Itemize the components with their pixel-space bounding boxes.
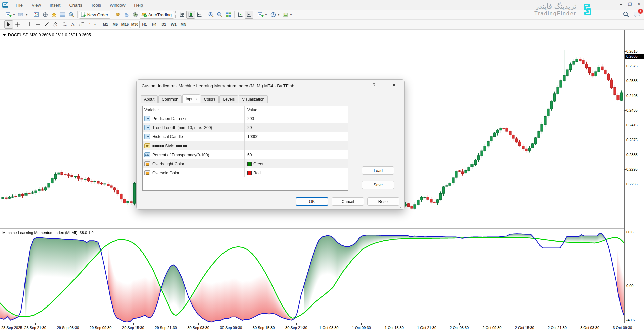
- tab-visualization[interactable]: Visualization: [239, 95, 268, 103]
- period-d1-button[interactable]: D1: [159, 21, 169, 28]
- param-value[interactable]: 200: [247, 116, 254, 121]
- strategy-tester-button[interactable]: [67, 11, 76, 19]
- indicator-canvas[interactable]: [0, 229, 624, 323]
- minimize-button[interactable]: –: [618, 1, 624, 7]
- price-axis[interactable]: [624, 30, 644, 323]
- trendline-button[interactable]: [42, 20, 51, 29]
- new-chart-button[interactable]: ▼: [4, 11, 17, 19]
- notification-badge: 1: [638, 9, 643, 14]
- vertical-line-button[interactable]: [25, 20, 34, 29]
- periods-button[interactable]: ▼: [269, 11, 281, 19]
- table-row[interactable]: Overbought Color Green: [143, 159, 348, 168]
- fibonacci-button[interactable]: F: [60, 20, 68, 29]
- candlestick-chart-button[interactable]: [186, 11, 195, 19]
- table-row[interactable]: 123Percent of Transperancy(0-100) 50: [143, 150, 348, 159]
- restore-button[interactable]: ❐: [627, 1, 633, 7]
- table-row[interactable]: 123Trend Length (min=10, max=200) 20: [143, 123, 348, 132]
- load-button[interactable]: Load: [362, 166, 394, 175]
- chart-shift-button[interactable]: [245, 11, 253, 19]
- param-value[interactable]: 20: [247, 125, 252, 130]
- cursor-button[interactable]: [4, 20, 13, 29]
- terminal-button[interactable]: [58, 11, 67, 19]
- ok-button[interactable]: OK: [296, 197, 328, 206]
- tab-colors[interactable]: Colors: [201, 95, 219, 103]
- arrows-button[interactable]: ▼: [86, 20, 98, 29]
- time-axis-label: 29 Sep 15:30: [122, 326, 144, 330]
- menu-charts[interactable]: Charts: [65, 1, 86, 9]
- time-tick: [427, 323, 427, 325]
- color-swatch[interactable]: [247, 162, 252, 166]
- toolbar-grip[interactable]: [2, 21, 3, 28]
- reset-button[interactable]: Reset: [367, 197, 399, 206]
- indicator-axis-min: -40.6: [626, 318, 635, 322]
- param-value[interactable]: Green: [253, 162, 264, 166]
- close-button[interactable]: ✕: [636, 1, 642, 7]
- text-button[interactable]: A: [68, 20, 77, 29]
- time-axis-label: 29 Sep 09:30: [90, 326, 111, 330]
- data-window-button[interactable]: [41, 11, 50, 19]
- menu-view[interactable]: View: [27, 1, 45, 9]
- indicators-button[interactable]: ▼: [256, 11, 269, 19]
- toolbar-grip[interactable]: [2, 11, 3, 18]
- param-name: Prediction Data (k): [152, 116, 186, 121]
- period-m15-button[interactable]: M15: [120, 21, 130, 28]
- auto-scroll-button[interactable]: [236, 11, 245, 19]
- bar-chart-button[interactable]: [178, 11, 186, 19]
- profiles-button[interactable]: ▼: [17, 11, 29, 19]
- period-mn-button[interactable]: MN: [179, 21, 188, 28]
- search-icon[interactable]: [623, 11, 629, 18]
- collapse-triangle-icon[interactable]: [3, 34, 6, 36]
- param-value[interactable]: 50: [247, 153, 252, 157]
- menu-file[interactable]: File: [11, 1, 27, 9]
- resize-grip[interactable]: [400, 205, 403, 208]
- equidistant-channel-button[interactable]: E: [51, 20, 60, 29]
- metaeditor-button[interactable]: [113, 11, 122, 19]
- time-axis[interactable]: 28 Sep 202528 Sep 21:3029 Sep 03:3029 Se…: [0, 323, 644, 334]
- period-h1-button[interactable]: H1: [140, 21, 149, 28]
- text-label-button[interactable]: T: [77, 20, 86, 29]
- navigator-button[interactable]: [50, 11, 58, 19]
- menu-window[interactable]: Window: [105, 1, 130, 9]
- market-watch-button[interactable]: [32, 11, 41, 19]
- period-w1-button[interactable]: W1: [169, 21, 179, 28]
- tab-levels[interactable]: Levels: [219, 95, 238, 103]
- menu-insert[interactable]: Insert: [45, 1, 65, 9]
- zoom-in-button[interactable]: [207, 11, 215, 19]
- period-m5-button[interactable]: M5: [110, 21, 120, 28]
- table-row[interactable]: ab===== Style =====: [143, 141, 348, 150]
- table-row[interactable]: Oversold Color Red: [143, 168, 348, 177]
- chat-icon[interactable]: 1: [633, 11, 641, 18]
- community-button[interactable]: [122, 11, 131, 19]
- color-swatch[interactable]: [247, 171, 252, 175]
- period-m30-button[interactable]: M30: [130, 21, 140, 28]
- crosshair-button[interactable]: [13, 20, 22, 29]
- tile-windows-button[interactable]: [224, 11, 233, 19]
- param-value[interactable]: 10000: [247, 134, 258, 139]
- menu-tools[interactable]: Tools: [87, 1, 105, 9]
- alerts-button[interactable]: [131, 11, 140, 19]
- new-order-button[interactable]: New Order: [79, 11, 110, 19]
- toolbar-grip[interactable]: [175, 11, 177, 18]
- table-row[interactable]: 123Historical Candle 10000: [143, 132, 348, 141]
- save-button[interactable]: Save: [362, 181, 394, 189]
- time-tick: [296, 323, 297, 325]
- line-chart-button[interactable]: [195, 11, 204, 19]
- period-m1-button[interactable]: M1: [101, 21, 110, 28]
- menu-help[interactable]: Help: [130, 1, 147, 9]
- dialog-help-button[interactable]: ?: [370, 82, 378, 90]
- zoom-out-button[interactable]: [215, 11, 224, 19]
- param-value[interactable]: Red: [253, 171, 261, 175]
- cancel-button[interactable]: Cancel: [332, 197, 364, 206]
- tab-common[interactable]: Common: [158, 95, 182, 103]
- window-controls: – ❐ ✕: [618, 1, 642, 7]
- tab-about[interactable]: About: [141, 95, 158, 103]
- tab-inputs[interactable]: Inputs: [182, 94, 200, 103]
- dialog-close-button[interactable]: ✕: [389, 82, 399, 90]
- time-tick: [35, 323, 36, 325]
- table-row[interactable]: 123Prediction Data (k) 200: [143, 114, 348, 123]
- autotrading-button[interactable]: AutoTrading: [140, 11, 174, 19]
- horizontal-line-button[interactable]: [34, 20, 42, 29]
- period-h4-button[interactable]: H4: [149, 21, 159, 28]
- templates-button[interactable]: ▼: [281, 11, 294, 19]
- current-price-badge: 0.2605: [625, 54, 644, 59]
